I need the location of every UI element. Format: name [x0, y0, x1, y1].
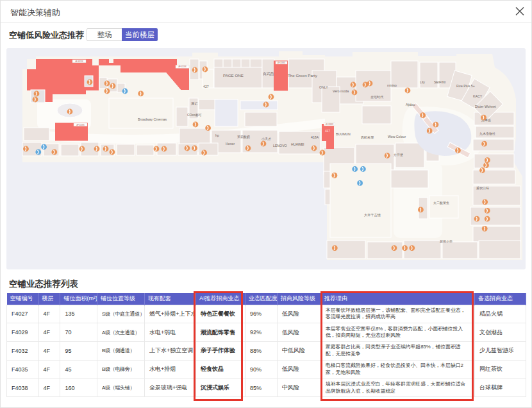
svg-text:miniso: miniso — [387, 83, 397, 87]
svg-text:SEIFINI: SEIFINI — [434, 80, 445, 84]
svg-text:HUAWEI: HUAWEI — [291, 142, 304, 146]
svg-text:太二酸菜鱼: 太二酸菜鱼 — [433, 201, 449, 205]
svg-text:大禾千古情: 大禾千古情 — [364, 213, 381, 217]
svg-text:方仟便: 方仟便 — [394, 153, 403, 157]
svg-text:hp: hp — [215, 133, 219, 137]
svg-text:418A: 418A — [311, 135, 319, 139]
svg-text:Dicter Wohnet: Dicter Wohnet — [475, 105, 496, 108]
svg-text:Wow Colour: Wow Colour — [388, 135, 406, 139]
svg-text:4F-XXXX: 4F-XXXX — [178, 65, 187, 68]
svg-text:Lily: Lily — [420, 80, 425, 84]
svg-text:小天才: 小天才 — [262, 137, 271, 140]
svg-text:ONLY: ONLY — [319, 85, 328, 89]
svg-text:COco都可: COco都可 — [187, 113, 202, 117]
svg-text:KACY: KACY — [473, 94, 483, 98]
svg-text:西町村屋: 西町村屋 — [361, 135, 374, 140]
svg-text:PAGE ONE: PAGE ONE — [223, 73, 244, 78]
svg-text:4F-XXXX: 4F-XXXX — [278, 62, 286, 64]
svg-text:BUUMUN: BUUMUN — [336, 132, 351, 136]
svg-text:427: 427 — [203, 85, 209, 89]
svg-text:百武西: 百武西 — [263, 72, 274, 76]
svg-text:4F-XXXX: 4F-XXXX — [76, 124, 85, 126]
svg-text:九木杂物社: 九木杂物社 — [479, 132, 495, 136]
svg-text:茉莉酸奶: 茉莉酸奶 — [237, 135, 250, 139]
svg-text:Ajidou: Ajidou — [406, 103, 415, 106]
svg-text:417: 417 — [325, 130, 330, 133]
svg-text:Vero moda: Vero moda — [333, 89, 349, 93]
svg-text:4F-XXXX: 4F-XXXX — [75, 60, 83, 63]
svg-text:金珩时代: 金珩时代 — [370, 95, 383, 99]
svg-text:Broadway Cinemas: Broadway Cinemas — [138, 117, 167, 121]
svg-text:满记: 满记 — [191, 101, 197, 106]
svg-text:LENOVO: LENOVO — [273, 144, 287, 148]
svg-text:Honor: Honor — [226, 142, 235, 146]
svg-text:重饮口味: 重饮口味 — [476, 186, 489, 191]
svg-text:4F-XXXX: 4F-XXXX — [326, 123, 334, 126]
svg-text:The Green Party: The Green Party — [288, 73, 318, 78]
svg-text:超级小串: 超级小串 — [440, 239, 453, 244]
svg-text:Five Plus 5+: Five Plus 5+ — [456, 84, 475, 88]
